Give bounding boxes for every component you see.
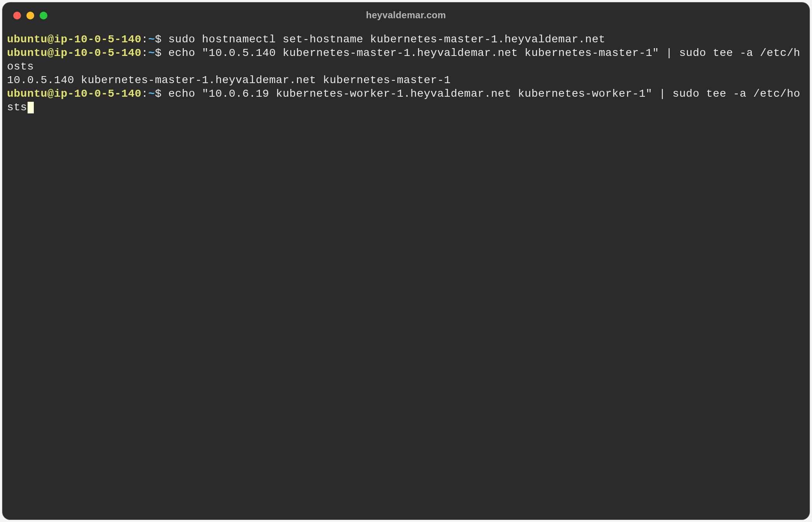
prompt-path: ~	[148, 88, 155, 100]
command-line: sudo hostnamectl set-hostname kubernetes…	[162, 33, 605, 45]
minimize-icon[interactable]	[26, 12, 34, 19]
output-line: 10.0.5.140 kubernetes-master-1.heyvaldem…	[7, 74, 451, 86]
prompt-user-host: ubuntu@ip-10-0-5-140	[7, 88, 141, 100]
prompt-sep: :	[141, 33, 148, 45]
prompt-user-host: ubuntu@ip-10-0-5-140	[7, 33, 141, 45]
cursor-icon	[28, 102, 34, 113]
prompt-sep: :	[141, 47, 148, 59]
traffic-lights	[13, 12, 47, 19]
maximize-icon[interactable]	[40, 12, 47, 19]
prompt-symbol: $	[155, 47, 162, 59]
titlebar: heyvaldemar.com	[2, 2, 810, 28]
prompt-symbol: $	[155, 88, 162, 100]
terminal-body[interactable]: ubuntu@ip-10-0-5-140:~$ sudo hostnamectl…	[2, 28, 810, 119]
terminal-window: heyvaldemar.com ubuntu@ip-10-0-5-140:~$ …	[2, 2, 810, 520]
window-title: heyvaldemar.com	[366, 10, 446, 21]
prompt-user-host: ubuntu@ip-10-0-5-140	[7, 47, 141, 59]
prompt-path: ~	[148, 47, 155, 59]
prompt-path: ~	[148, 33, 155, 45]
close-icon[interactable]	[13, 12, 21, 19]
prompt-symbol: $	[155, 33, 162, 45]
prompt-sep: :	[141, 88, 148, 100]
